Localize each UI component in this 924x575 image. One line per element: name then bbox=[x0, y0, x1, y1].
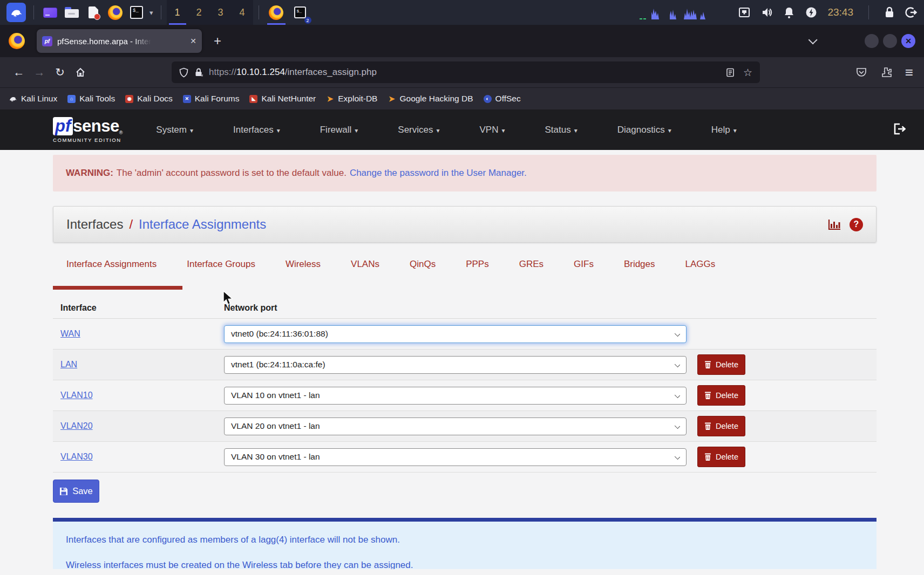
bookmark-kali-docs[interactable]: ◉ Kali Docs bbox=[125, 94, 172, 104]
bookmark-offsec[interactable]: ◐ OffSec bbox=[484, 94, 521, 104]
warning-text: The 'admin' account password is set to t… bbox=[117, 168, 346, 179]
network-port-select[interactable]: VLAN 30 on vtnet1 - lan bbox=[224, 448, 687, 466]
tab-ppps[interactable]: PPPs bbox=[466, 259, 489, 290]
tracking-shield-icon[interactable] bbox=[179, 67, 188, 78]
text-editor-button[interactable] bbox=[84, 3, 103, 22]
close-window-button[interactable]: ✕ bbox=[901, 34, 915, 48]
table-row: LAN vtnet1 (bc:24:11:0a:ca:fe) Delete bbox=[53, 350, 877, 380]
warning-banner: WARNING: The 'admin' account password is… bbox=[53, 155, 877, 191]
tab-qinqs[interactable]: QinQs bbox=[410, 259, 436, 290]
delete-button[interactable]: Delete bbox=[697, 447, 745, 467]
trash-icon bbox=[704, 453, 711, 461]
save-button[interactable]: Save bbox=[53, 480, 99, 503]
network-port-select[interactable]: VLAN 20 on vtnet1 - lan bbox=[224, 417, 687, 435]
logout-icon[interactable] bbox=[905, 6, 918, 19]
tab-vlans[interactable]: VLANs bbox=[351, 259, 379, 290]
tab-laggs[interactable]: LAGGs bbox=[685, 259, 716, 290]
table-row: VLAN20 VLAN 20 on vtnet1 - lan Delete bbox=[53, 411, 877, 442]
firefox-launcher-button[interactable] bbox=[106, 3, 124, 22]
back-button[interactable]: ← bbox=[9, 62, 29, 83]
list-all-tabs-chevron-icon[interactable] bbox=[808, 35, 818, 44]
workspace-3-button[interactable]: 3 bbox=[210, 0, 232, 25]
nav-interfaces[interactable]: Interfaces▾ bbox=[233, 125, 280, 135]
change-password-link[interactable]: Change the password in the User Manager. bbox=[350, 168, 527, 179]
connection-lock-icon[interactable] bbox=[194, 67, 203, 77]
url-bar[interactable]: https://10.10.1.254/interfaces_assign.ph… bbox=[172, 61, 760, 83]
nav-help[interactable]: Help▾ bbox=[711, 125, 737, 135]
launcher-dropdown-chevron-icon[interactable]: ▾ bbox=[150, 9, 153, 17]
network-icon[interactable] bbox=[738, 6, 751, 19]
status-chart-icon[interactable] bbox=[828, 218, 841, 230]
tab-interface-assignments[interactable]: Interface Assignments bbox=[66, 259, 157, 290]
table-row: VLAN30 VLAN 30 on vtnet1 - lan Delete bbox=[53, 442, 877, 473]
reload-button[interactable]: ↻ bbox=[50, 62, 70, 83]
new-tab-button[interactable]: + bbox=[214, 33, 221, 49]
bookmark-exploit-db[interactable]: ➤ Exploit-DB bbox=[326, 94, 377, 104]
network-port-select[interactable]: VLAN 10 on vtnet1 - lan bbox=[224, 387, 687, 405]
interface-link-vlan30[interactable]: VLAN30 bbox=[60, 452, 93, 461]
interface-link-vlan20[interactable]: VLAN20 bbox=[60, 421, 93, 430]
bookmark-kali-linux[interactable]: Kali Linux bbox=[9, 94, 57, 104]
terminal-launcher-button[interactable]: $_ bbox=[127, 3, 146, 22]
url-text[interactable]: https://10.10.1.254/interfaces_assign.ph… bbox=[209, 67, 377, 78]
breadcrumb-section[interactable]: Interfaces bbox=[66, 217, 123, 232]
nav-system[interactable]: System▾ bbox=[156, 125, 193, 135]
info-panel: Interfaces that are configured as member… bbox=[53, 518, 877, 569]
bookmark-kali-forums[interactable]: ✕ Kali Forums bbox=[183, 94, 240, 104]
bookmark-kali-tools[interactable]: ⌂ Kali Tools bbox=[67, 94, 115, 104]
reader-mode-icon[interactable] bbox=[726, 68, 735, 77]
kali-tools-icon: ⌂ bbox=[67, 95, 76, 103]
file-manager-button[interactable] bbox=[63, 3, 81, 22]
firefox-icon[interactable] bbox=[9, 33, 25, 49]
tab-bridges[interactable]: Bridges bbox=[624, 259, 655, 290]
interface-link-vlan10[interactable]: VLAN10 bbox=[60, 391, 93, 400]
nav-firewall[interactable]: Firewall▾ bbox=[320, 125, 358, 135]
browser-tab[interactable]: pf pfSense.home.arpa - Inter ✕ bbox=[37, 29, 202, 53]
chevron-down-icon bbox=[675, 423, 680, 428]
power-manager-icon[interactable] bbox=[805, 6, 818, 19]
network-port-select[interactable]: vtnet1 (bc:24:11:0a:ca:fe) bbox=[224, 356, 687, 374]
delete-button[interactable]: Delete bbox=[697, 354, 745, 375]
pocket-icon[interactable] bbox=[855, 66, 867, 78]
terminal-window-button[interactable]: $_ 2 bbox=[288, 0, 312, 25]
tab-gres[interactable]: GREs bbox=[519, 259, 543, 290]
delete-button[interactable]: Delete bbox=[697, 416, 745, 436]
display-app-button[interactable] bbox=[41, 3, 59, 22]
nav-diagnostics[interactable]: Diagnostics▾ bbox=[617, 125, 671, 135]
pfsense-logo[interactable]: pfsense® COMMUNITY EDITION bbox=[53, 117, 123, 143]
notifications-bell-icon[interactable] bbox=[783, 6, 795, 19]
bookmark-google-hacking-db[interactable]: ➤ Google Hacking DB bbox=[388, 94, 473, 104]
tab-title: pfSense.home.arpa - Inter bbox=[57, 37, 151, 46]
maximize-button[interactable] bbox=[883, 34, 897, 48]
clock[interactable]: 23:43 bbox=[827, 6, 853, 18]
workspace-4-button[interactable]: 4 bbox=[232, 0, 253, 25]
interface-link-wan[interactable]: WAN bbox=[60, 329, 80, 338]
nav-services[interactable]: Services▾ bbox=[398, 125, 439, 135]
bookmark-star-icon[interactable]: ☆ bbox=[743, 66, 752, 79]
pfsense-logout-button[interactable] bbox=[893, 123, 906, 137]
menu-hamburger-icon[interactable]: ≡ bbox=[905, 64, 913, 81]
tab-interface-groups[interactable]: Interface Groups bbox=[187, 259, 255, 290]
browser-tab-bar: pf pfSense.home.arpa - Inter ✕ + ✕ bbox=[0, 25, 924, 57]
network-port-select[interactable]: vtnet0 (bc:24:11:36:01:88) bbox=[224, 325, 687, 343]
forward-button[interactable]: → bbox=[29, 62, 50, 83]
tab-gifs[interactable]: GIFs bbox=[574, 259, 594, 290]
tab-wireless[interactable]: Wireless bbox=[286, 259, 321, 290]
bookmark-kali-nethunter[interactable]: ◣ Kali NetHunter bbox=[249, 94, 316, 104]
nav-vpn[interactable]: VPN▾ bbox=[480, 125, 505, 135]
workspace-1-button[interactable]: 1 bbox=[167, 0, 188, 25]
extensions-puzzle-icon[interactable] bbox=[880, 66, 892, 78]
interface-link-lan[interactable]: LAN bbox=[60, 360, 77, 369]
nav-status[interactable]: Status▾ bbox=[545, 125, 578, 135]
home-button[interactable] bbox=[70, 62, 91, 83]
lock-screen-icon[interactable] bbox=[884, 6, 895, 19]
volume-icon[interactable] bbox=[760, 6, 773, 19]
minimize-button[interactable] bbox=[865, 34, 879, 48]
delete-button[interactable]: Delete bbox=[697, 385, 745, 406]
firefox-window-button[interactable] bbox=[264, 0, 288, 25]
tab-close-icon[interactable]: ✕ bbox=[190, 37, 196, 45]
kali-menu-button[interactable] bbox=[6, 3, 26, 22]
help-icon[interactable]: ? bbox=[850, 218, 863, 231]
breadcrumb-panel: Interfaces / Interface Assignments ? bbox=[53, 206, 877, 243]
workspace-2-button[interactable]: 2 bbox=[188, 0, 210, 25]
